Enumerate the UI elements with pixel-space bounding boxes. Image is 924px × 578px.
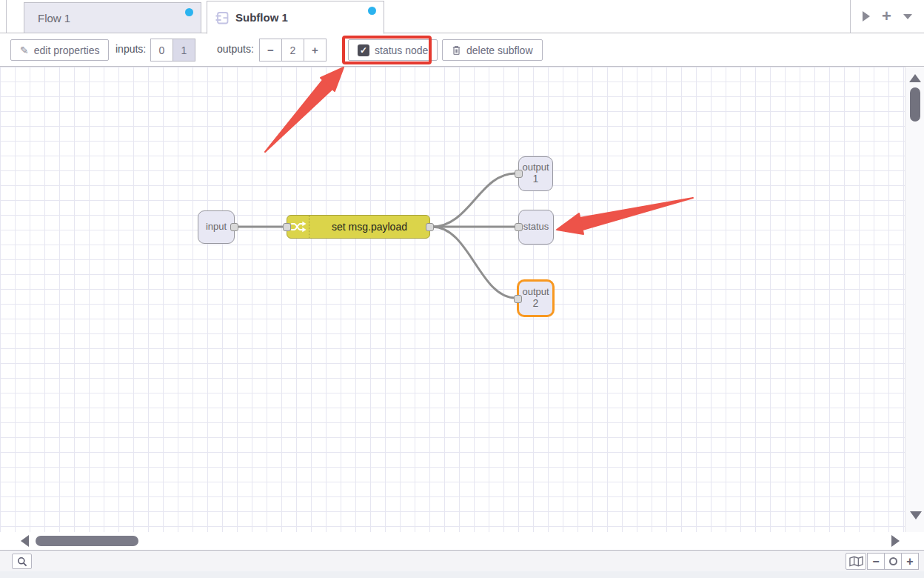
vertical-scrollbar-thumb[interactable] <box>910 87 920 122</box>
tab-flow-1-label: Flow 1 <box>38 12 70 24</box>
chevron-down-icon[interactable] <box>903 14 912 19</box>
edit-properties-button[interactable]: ✎ edit properties <box>10 39 109 61</box>
status-dot-icon <box>185 8 193 16</box>
minus-icon: − <box>267 44 274 56</box>
flow-canvas[interactable]: input set msg.payload output 1 status <box>0 67 905 532</box>
change-node-label: set msg.payload <box>309 216 429 238</box>
zoom-reset-button[interactable] <box>884 553 902 570</box>
pencil-icon: ✎ <box>20 44 29 56</box>
output1-input-port[interactable] <box>515 170 523 178</box>
plus-icon[interactable]: + <box>882 8 891 24</box>
change-node-input-port[interactable] <box>283 223 291 231</box>
subflow-icon <box>215 10 230 25</box>
outputs-decrement-button[interactable]: − <box>259 39 282 62</box>
status-dot-icon <box>368 7 376 15</box>
inputs-option-1[interactable]: 1 <box>173 39 195 62</box>
node-red-editor: Flow 1 Subflow 1 + ✎ edit properties inp… <box>0 0 924 578</box>
node-input-label: input <box>206 222 227 233</box>
output1-number: 1 <box>533 173 539 185</box>
wire-change-to-output2[interactable] <box>432 227 515 298</box>
edit-properties-label: edit properties <box>34 44 100 56</box>
workspace-tabbar: Flow 1 Subflow 1 + <box>0 0 924 33</box>
status-node-label: status node <box>375 44 428 56</box>
navigator-button[interactable] <box>846 553 866 570</box>
search-icon <box>17 557 27 567</box>
canvas-footer: − + <box>0 550 924 571</box>
tab-flow-1[interactable]: Flow 1 <box>24 2 201 33</box>
minus-icon: − <box>872 555 879 568</box>
zoom-in-button[interactable]: + <box>901 553 919 570</box>
tab-subflow-1-label: Subflow 1 <box>235 11 288 24</box>
node-subflow-output-1[interactable]: output 1 <box>518 156 553 191</box>
node-subflow-status[interactable]: status <box>518 210 554 245</box>
map-icon <box>849 556 863 567</box>
wire-change-to-output1[interactable] <box>432 173 515 227</box>
tab-subflow-1[interactable]: Subflow 1 <box>207 1 384 34</box>
delete-subflow-button[interactable]: delete subflow <box>442 39 543 61</box>
zoom-controls: − + <box>868 553 919 570</box>
tabbar-left-edge <box>6 0 7 33</box>
subflow-toolbar: ✎ edit properties inputs: 0 1 outputs: −… <box>0 33 924 67</box>
plus-icon: + <box>312 44 318 56</box>
plus-icon: + <box>906 555 913 568</box>
node-subflow-output-2[interactable]: output 2 <box>517 279 555 317</box>
inputs-option-0[interactable]: 0 <box>150 39 173 62</box>
outputs-label: outputs: <box>217 43 254 55</box>
scroll-left-icon[interactable] <box>21 535 29 547</box>
node-set-msg-payload[interactable]: set msg.payload <box>287 215 430 239</box>
checkbox-checked-icon: ✓ <box>358 44 369 56</box>
zoom-out-button[interactable]: − <box>867 553 885 570</box>
window-bottom-strip <box>0 571 924 578</box>
outputs-stepper: − 2 + <box>259 39 327 62</box>
vertical-scrollbar <box>905 67 924 532</box>
status-node-canvas-label: status <box>523 222 549 233</box>
output1-label: output <box>522 162 549 173</box>
wires-layer <box>0 67 905 532</box>
tab-controls: + <box>850 0 924 33</box>
scroll-right-icon[interactable] <box>891 535 900 547</box>
input-node-output-port[interactable] <box>230 223 238 231</box>
outputs-value: 2 <box>281 39 304 62</box>
horizontal-scrollbar <box>0 532 905 550</box>
search-button[interactable] <box>12 554 32 569</box>
horizontal-scrollbar-thumb[interactable] <box>36 536 138 546</box>
outputs-increment-button[interactable]: + <box>304 39 327 62</box>
scroll-up-icon[interactable] <box>909 74 921 82</box>
output2-number: 2 <box>533 298 539 310</box>
output2-label: output <box>522 287 549 298</box>
play-icon[interactable] <box>863 11 870 21</box>
output2-input-port[interactable] <box>514 295 522 303</box>
status-node-input-port[interactable] <box>515 223 523 231</box>
node-subflow-input[interactable]: input <box>198 210 235 244</box>
delete-subflow-label: delete subflow <box>466 44 533 56</box>
status-node-toggle-button[interactable]: ✓ status node <box>348 39 438 61</box>
trash-icon <box>452 44 461 56</box>
change-node-output-port[interactable] <box>426 223 434 231</box>
inputs-label: inputs: <box>116 43 146 55</box>
inputs-toggle: 0 1 <box>150 39 195 62</box>
scroll-down-icon[interactable] <box>910 511 922 519</box>
circle-icon <box>889 557 897 565</box>
shuffle-icon <box>290 220 307 233</box>
